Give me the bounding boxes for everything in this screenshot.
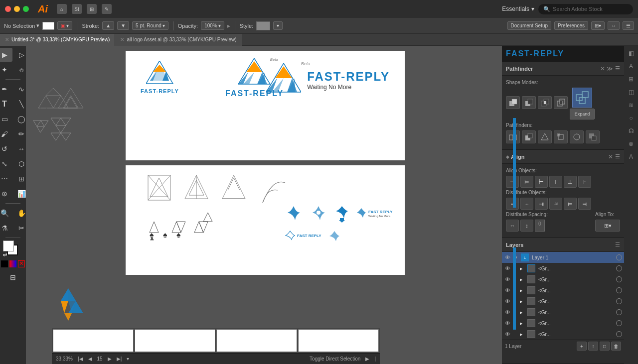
- home-icon[interactable]: ⌂: [57, 4, 67, 14]
- page-nav-prev[interactable]: ◀: [88, 356, 92, 362]
- opacity-expand[interactable]: ▸: [227, 22, 230, 29]
- none-btn[interactable]: ✕: [18, 260, 25, 267]
- layer-expand-4[interactable]: ▸: [520, 309, 526, 316]
- essentials-button[interactable]: Essentials ▾: [502, 5, 534, 12]
- layer-item-eye-5[interactable]: 👁: [504, 320, 511, 327]
- align-top-btn[interactable]: ⊤: [549, 176, 562, 188]
- layer-item-eye-4[interactable]: 👁: [504, 309, 511, 316]
- pen-tool[interactable]: ✒: [0, 82, 12, 96]
- stroke-down[interactable]: ▼: [117, 21, 129, 30]
- unite-btn[interactable]: [506, 96, 520, 109]
- preferences-button[interactable]: Preferences: [554, 21, 588, 30]
- thumb-3[interactable]: [298, 329, 379, 352]
- page-dropdown[interactable]: ▾: [127, 356, 129, 362]
- dist-left-btn[interactable]: ⫤: [506, 198, 519, 210]
- right-icon-0[interactable]: ◧: [626, 48, 637, 59]
- type-tool[interactable]: T: [0, 97, 12, 111]
- new-layer-btn[interactable]: □: [600, 342, 610, 351]
- right-icon-8[interactable]: A: [626, 151, 637, 162]
- spacing-value[interactable]: 0: [535, 220, 545, 232]
- right-icon-6[interactable]: ☊: [626, 125, 637, 136]
- tab-close-icon[interactable]: ✕: [5, 37, 9, 42]
- layer-item-eye-1[interactable]: 👁: [504, 276, 511, 283]
- right-icon-3[interactable]: ◫: [626, 87, 637, 98]
- extra-button[interactable]: ↔: [608, 21, 620, 30]
- timeline-end[interactable]: |: [374, 356, 376, 362]
- layer-item-5[interactable]: 👁 ▸ <Gr...: [502, 318, 624, 329]
- pathfinder-expand-icon[interactable]: ≫: [607, 65, 613, 72]
- layer-item-3[interactable]: 👁 ▸ <Gr...: [502, 296, 624, 307]
- merge-btn[interactable]: [538, 130, 552, 143]
- fill-options[interactable]: ▣▾: [57, 21, 72, 30]
- right-icon-2[interactable]: ⊞: [626, 74, 637, 85]
- layer-expand-3[interactable]: ▸: [520, 298, 526, 305]
- minus-back-btn[interactable]: [586, 130, 600, 143]
- page-number[interactable]: 15: [97, 356, 103, 362]
- layer-item-circle-0[interactable]: [616, 265, 622, 271]
- paint-brush-tool[interactable]: 🖌: [0, 127, 12, 141]
- trim-btn[interactable]: [522, 130, 536, 143]
- layer-item-circle-2[interactable]: [616, 287, 622, 293]
- swap-colors[interactable]: ⇄: [3, 252, 7, 257]
- rect-tool[interactable]: ▭: [0, 112, 12, 126]
- layer-expand-1[interactable]: ▸: [520, 276, 526, 283]
- make-sublayer-btn[interactable]: +: [577, 342, 587, 351]
- opacity-value[interactable]: 100% ▾: [201, 21, 224, 30]
- move-to-layer-btn[interactable]: ↑: [588, 342, 598, 351]
- layer-item-eye-3[interactable]: 👁: [504, 298, 511, 305]
- layer-circle[interactable]: [616, 254, 622, 260]
- st-icon[interactable]: St: [72, 4, 82, 14]
- warp-tool[interactable]: ⋯: [0, 172, 12, 186]
- layer-item-circle-5[interactable]: [616, 320, 622, 326]
- rotate-tool[interactable]: ↺: [0, 142, 12, 156]
- right-icon-4[interactable]: ≋: [626, 100, 637, 111]
- stroke-options[interactable]: 5 pt. Round ▾: [132, 21, 168, 30]
- tab-close-icon[interactable]: ✕: [120, 37, 124, 42]
- stroke-up[interactable]: ▲: [102, 21, 114, 30]
- align-menu-icon[interactable]: ☰: [615, 153, 620, 160]
- dist-hcenter-btn[interactable]: ⫠: [520, 198, 533, 210]
- scale-tool[interactable]: ⤡: [0, 157, 12, 171]
- page-nav-next[interactable]: ▶: [108, 356, 112, 362]
- layer-expand-2[interactable]: ▸: [520, 287, 526, 294]
- align-vcenter-btn[interactable]: ⊥: [564, 176, 577, 188]
- layer-item-circle-3[interactable]: [616, 298, 622, 304]
- artboards-btn[interactable]: ⊟: [3, 270, 23, 284]
- search-bar[interactable]: 🔍 Search Adobe Stock: [538, 4, 633, 14]
- overflow-button[interactable]: ☰: [623, 21, 634, 30]
- style-dropdown[interactable]: ▾: [273, 21, 283, 30]
- align-to-dropdown[interactable]: ⊞▾: [595, 220, 620, 232]
- minimize-button[interactable]: [14, 6, 20, 12]
- dist-top-btn[interactable]: ⫡: [549, 198, 562, 210]
- layer-item-eye-6[interactable]: 👁: [504, 331, 511, 338]
- intersect-btn[interactable]: [538, 96, 552, 109]
- layer-expand-6[interactable]: ▸: [520, 331, 526, 338]
- align-close-icon[interactable]: ✕: [608, 153, 613, 160]
- delete-layer-btn[interactable]: 🗑: [611, 342, 621, 351]
- expand-icon-large[interactable]: [572, 88, 592, 108]
- outline-btn[interactable]: [570, 130, 584, 143]
- layer-expand-5[interactable]: ▸: [520, 320, 526, 327]
- expand-button[interactable]: Expand: [570, 109, 595, 120]
- right-icon-5[interactable]: ○: [626, 113, 637, 123]
- eyedropper-tool[interactable]: ⚗: [0, 221, 12, 235]
- tab-0[interactable]: ✕ Untitled-3* @ 33,33% (CMYK/GPU Preview…: [0, 34, 115, 46]
- crop-btn[interactable]: [554, 130, 568, 143]
- page-nav-next-next[interactable]: ▶|: [117, 356, 122, 362]
- align-bottom-btn[interactable]: ⊦: [578, 176, 591, 188]
- magic-wand-tool[interactable]: ✦: [0, 63, 12, 77]
- minus-front-btn[interactable]: [522, 96, 536, 109]
- layer-item-2[interactable]: 👁 ▸ <Gr...: [502, 285, 624, 296]
- pathfinder-menu-icon[interactable]: ☰: [615, 65, 620, 72]
- timeline-toggle[interactable]: ▶: [365, 356, 369, 362]
- tab-1[interactable]: ✕ all logo Asset.ai @ 33,33% (CMYK/GPU P…: [115, 34, 242, 46]
- layer-item-eye-2[interactable]: 👁: [504, 287, 511, 294]
- layer-item-1[interactable]: 👁 ▸ <Gr...: [502, 274, 624, 285]
- right-icon-1[interactable]: A: [626, 61, 637, 72]
- pen-icon[interactable]: ✎: [102, 4, 112, 14]
- layers-menu-icon[interactable]: ☰: [615, 242, 620, 248]
- layer-item-circle-6[interactable]: [616, 331, 622, 337]
- shape-builder-tool[interactable]: ⊕: [0, 187, 12, 201]
- gradient-btn[interactable]: [9, 260, 16, 267]
- layer-item-4[interactable]: 👁 ▸ <Gr...: [502, 307, 624, 318]
